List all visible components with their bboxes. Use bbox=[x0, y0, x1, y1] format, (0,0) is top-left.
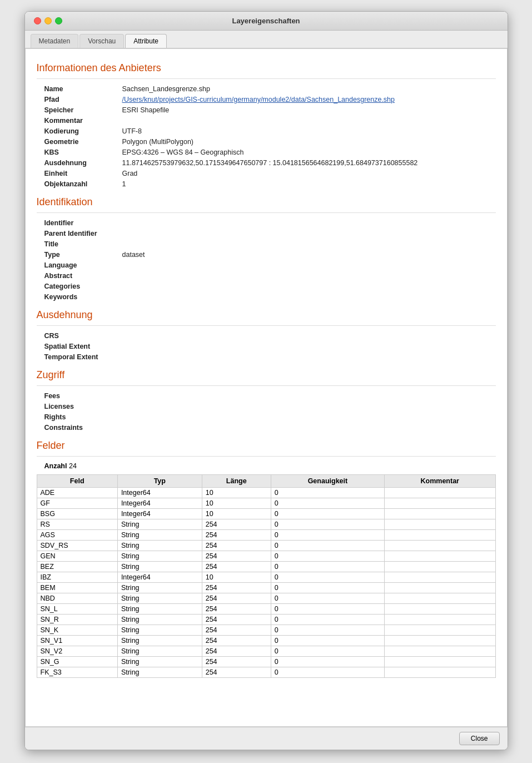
table-row: SN_GString2540 bbox=[37, 657, 495, 667]
table-cell: 254 bbox=[202, 604, 271, 615]
table-cell bbox=[385, 498, 495, 509]
table-row: SN_LString2540 bbox=[37, 604, 495, 615]
table-cell bbox=[385, 615, 495, 625]
maximize-traffic-light[interactable] bbox=[55, 17, 62, 24]
tab-attribute[interactable]: Attribute bbox=[125, 34, 167, 48]
table-row: SN_V1String2540 bbox=[37, 636, 495, 646]
table-cell: String bbox=[117, 562, 202, 572]
traffic-lights bbox=[34, 17, 62, 24]
table-cell: SN_V2 bbox=[37, 646, 117, 657]
field-label: Abstract bbox=[44, 271, 117, 280]
field-label: Licenses bbox=[44, 402, 117, 411]
field-label: Kodierung bbox=[44, 127, 117, 136]
field-value bbox=[122, 423, 496, 432]
table-cell: String bbox=[117, 519, 202, 530]
table-cell bbox=[385, 636, 495, 646]
field-label: Einheit bbox=[44, 169, 117, 178]
field-label: Language bbox=[44, 261, 117, 270]
close-button[interactable]: Close bbox=[459, 732, 500, 745]
table-row: ADEInteger64100 bbox=[37, 488, 495, 498]
table-cell: String bbox=[117, 541, 202, 551]
content-area[interactable]: Informationen des Anbieters NameSachsen_… bbox=[25, 48, 508, 727]
table-cell: BSG bbox=[37, 509, 117, 519]
felder-count-label: Anzahl bbox=[44, 462, 67, 470]
table-cell: 0 bbox=[271, 583, 384, 593]
table-cell: GEN bbox=[37, 551, 117, 562]
provider-fields: NameSachsen_Landesgrenze.shpPfad/Users/k… bbox=[44, 85, 496, 189]
tab-metadaten[interactable]: Metadaten bbox=[31, 34, 79, 48]
field-label: Rights bbox=[44, 413, 117, 422]
table-cell: IBZ bbox=[37, 572, 117, 583]
table-cell: SN_R bbox=[37, 615, 117, 625]
table-row: SN_V2String2540 bbox=[37, 646, 495, 657]
table-cell: 10 bbox=[202, 498, 271, 509]
field-label: Kommentar bbox=[44, 116, 117, 125]
table-cell bbox=[385, 593, 495, 604]
felder-count-value: 24 bbox=[69, 462, 77, 470]
section-title-felder: Felder bbox=[37, 440, 496, 454]
field-value bbox=[122, 342, 496, 351]
table-cell: String bbox=[117, 667, 202, 678]
table-cell: String bbox=[117, 551, 202, 562]
table-cell: 0 bbox=[271, 488, 384, 498]
table-cell: NBD bbox=[37, 593, 117, 604]
field-value bbox=[122, 240, 496, 249]
table-cell bbox=[385, 551, 495, 562]
table-cell: 254 bbox=[202, 615, 271, 625]
field-value bbox=[122, 413, 496, 422]
field-label: Identifier bbox=[44, 219, 117, 227]
divider-zugriff bbox=[37, 385, 496, 386]
table-cell: String bbox=[117, 625, 202, 636]
table-cell bbox=[385, 488, 495, 498]
table-cell: 0 bbox=[271, 541, 384, 551]
table-cell bbox=[385, 541, 495, 551]
table-cell: 254 bbox=[202, 562, 271, 572]
table-row: IBZInteger64100 bbox=[37, 572, 495, 583]
table-cell: String bbox=[117, 615, 202, 625]
table-cell bbox=[385, 530, 495, 541]
field-label: Objektanzahl bbox=[44, 180, 117, 189]
table-row: FK_S3String2540 bbox=[37, 667, 495, 678]
table-cell bbox=[385, 509, 495, 519]
close-traffic-light[interactable] bbox=[34, 17, 41, 24]
table-cell: SN_K bbox=[37, 625, 117, 636]
field-value: /Users/knut/projects/GIS-curriculum/germ… bbox=[122, 95, 496, 104]
table-cell: Integer64 bbox=[117, 509, 202, 519]
field-value bbox=[122, 293, 496, 301]
table-cell: 0 bbox=[271, 530, 384, 541]
table-cell: 254 bbox=[202, 593, 271, 604]
field-value bbox=[122, 282, 496, 291]
field-value bbox=[122, 392, 496, 400]
minimize-traffic-light[interactable] bbox=[44, 17, 52, 24]
field-value: 11.8714625753979632,50.1715349647650797 … bbox=[122, 158, 496, 167]
field-value: EPSG:4326 – WGS 84 – Geographisch bbox=[122, 148, 496, 157]
table-header: Typ bbox=[117, 475, 202, 488]
field-value bbox=[122, 261, 496, 270]
table-cell: BEM bbox=[37, 583, 117, 593]
table-cell: 0 bbox=[271, 625, 384, 636]
table-cell: 10 bbox=[202, 572, 271, 583]
table-row: BSGInteger64100 bbox=[37, 509, 495, 519]
table-cell bbox=[385, 604, 495, 615]
table-header: Länge bbox=[202, 475, 271, 488]
table-cell: 254 bbox=[202, 667, 271, 678]
section-title-ausdehnung: Ausdehnung bbox=[37, 309, 496, 323]
table-cell: ADE bbox=[37, 488, 117, 498]
table-row: SN_RString2540 bbox=[37, 615, 495, 625]
tab-vorschau[interactable]: Vorschau bbox=[79, 34, 124, 48]
table-cell: 0 bbox=[271, 615, 384, 625]
field-value bbox=[122, 402, 496, 411]
field-value bbox=[122, 271, 496, 280]
field-value: Grad bbox=[122, 169, 496, 178]
table-cell bbox=[385, 657, 495, 667]
ausdehnung-fields: CRSSpatial ExtentTemporal Extent bbox=[44, 331, 496, 361]
tab-bar: Metadaten Vorschau Attribute bbox=[25, 31, 508, 48]
table-cell: FK_S3 bbox=[37, 667, 117, 678]
section-title-identifikation: Identifikation bbox=[37, 196, 496, 210]
table-cell: Integer64 bbox=[117, 488, 202, 498]
table-cell: String bbox=[117, 657, 202, 667]
field-label: Name bbox=[44, 85, 117, 93]
table-row: SDV_RSString2540 bbox=[37, 541, 495, 551]
main-window: Layereigenschaften Metadaten Vorschau At… bbox=[24, 11, 508, 750]
table-cell: Integer64 bbox=[117, 498, 202, 509]
